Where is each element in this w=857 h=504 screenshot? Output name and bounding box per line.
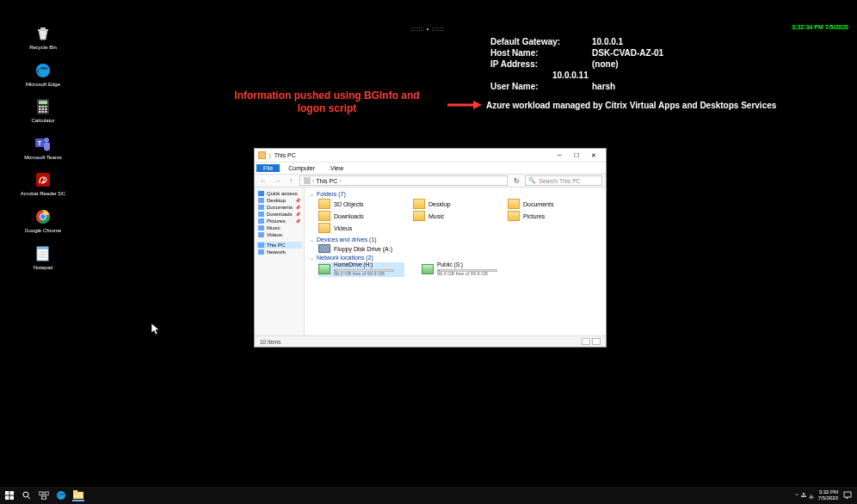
- desktop-icon-chrome[interactable]: Google Chrome: [22, 207, 64, 234]
- svg-rect-12: [42, 111, 45, 113]
- folder-icon: [258, 249, 264, 255]
- folder-item-documents[interactable]: Documents: [508, 199, 576, 209]
- desktop-icon-notepad[interactable]: Notepad: [22, 244, 64, 271]
- sidebar-item-music[interactable]: Music: [256, 224, 302, 231]
- folder-item-videos[interactable]: Videos: [318, 223, 387, 233]
- floppy-icon: [318, 244, 330, 253]
- taskbar-edge-icon[interactable]: [55, 489, 67, 501]
- search-input[interactable]: 🔍 Search This PC: [525, 175, 602, 186]
- search-button[interactable]: [21, 489, 33, 501]
- breadcrumb[interactable]: › This PC ›: [299, 175, 508, 186]
- drive-label: Floppy Disk Drive (A:): [334, 246, 392, 252]
- sidebar-item-label: Pictures: [267, 218, 286, 224]
- maximize-button[interactable]: ☐: [568, 150, 585, 162]
- bginfo-label: IP Address:: [490, 58, 585, 70]
- folder-label: Videos: [334, 225, 352, 231]
- tray-chevron-up-icon[interactable]: ^: [796, 493, 798, 498]
- svg-marker-28: [473, 101, 482, 109]
- group-title: Folders (7): [317, 191, 346, 197]
- svg-rect-6: [42, 106, 45, 108]
- acrobat-icon: [34, 170, 52, 189]
- network-drive-icon: [318, 264, 330, 274]
- desktop-icon-edge[interactable]: Microsoft Edge: [22, 61, 64, 88]
- annotation-arrow-icon: [447, 100, 482, 110]
- sidebar-item-downloads[interactable]: Downloads📌: [256, 211, 302, 218]
- view-icons-button[interactable]: [592, 338, 601, 345]
- folder-item-pictures[interactable]: Pictures: [508, 211, 576, 221]
- folder-label: 3D Objects: [334, 201, 364, 207]
- svg-rect-17: [36, 173, 50, 187]
- sidebar-item-label: Videos: [267, 232, 282, 237]
- this-pc-icon: [304, 177, 311, 184]
- network-drive-sub: 96.0 GB free of 99.9 GB: [334, 272, 394, 277]
- bginfo-value: (none): [592, 58, 619, 70]
- network-drive-sub: 96.0 GB free of 99.9 GB: [437, 272, 497, 277]
- svg-point-16: [44, 138, 49, 143]
- desktop-icon-calc[interactable]: Calculator: [22, 97, 64, 124]
- close-button[interactable]: ✕: [585, 150, 602, 162]
- desktop-icon-label: Recycle Bin: [29, 45, 57, 51]
- desktop-icon-acrobat[interactable]: Acrobat Reader DC: [22, 170, 64, 197]
- capacity-bar: [334, 269, 394, 272]
- svg-rect-0: [40, 28, 46, 29]
- folder-item-3d-objects[interactable]: 3D Objects: [318, 199, 387, 209]
- sidebar-item-desktop[interactable]: Desktop📌: [256, 197, 302, 204]
- drive-item[interactable]: Floppy Disk Drive (A:): [318, 244, 601, 253]
- bginfo-value: 10.0.0.1: [592, 36, 623, 47]
- view-details-button[interactable]: [582, 338, 590, 345]
- taskbar-clock[interactable]: 3:32 PM 7/5/2020: [818, 489, 838, 501]
- tab-file[interactable]: File: [256, 164, 280, 172]
- task-view-button[interactable]: [38, 489, 50, 501]
- sidebar-item-documents[interactable]: Documents📌: [256, 204, 302, 211]
- nav-forward-button[interactable]: →: [272, 175, 282, 186]
- sidebar-item-videos[interactable]: Videos: [256, 231, 302, 238]
- tab-view[interactable]: View: [324, 164, 350, 172]
- bginfo-clock: 3:32:34 PM 7/5/2020: [792, 24, 848, 30]
- group-header[interactable]: ⌄Devices and drives (1): [310, 237, 601, 243]
- sidebar-item-label: This PC: [267, 243, 285, 248]
- folder-item-music[interactable]: Music: [413, 211, 482, 221]
- tray-network-icon[interactable]: 🖧: [801, 493, 806, 498]
- sidebar-item-quick-access[interactable]: Quick access: [256, 190, 302, 197]
- system-tray[interactable]: ^ 🖧 🔈: [796, 493, 815, 499]
- azure-managed-text: Azure workload managed by Citrix Virtual…: [486, 101, 776, 110]
- minimize-button[interactable]: ─: [551, 150, 568, 162]
- refresh-button[interactable]: ↻: [511, 175, 521, 186]
- folder-item-desktop[interactable]: Desktop: [413, 199, 482, 209]
- folder-icon: [318, 211, 330, 221]
- titlebar[interactable]: | This PC ─ ☐ ✕: [255, 149, 606, 163]
- nav-up-button[interactable]: ↑: [286, 175, 296, 186]
- svg-rect-40: [73, 490, 77, 493]
- svg-rect-35: [39, 492, 43, 495]
- desktop-icon-recycle[interactable]: Recycle Bin: [22, 24, 64, 51]
- explorer-icon: [258, 151, 266, 159]
- desktop-icon-teams[interactable]: TMicrosoft Teams: [22, 134, 64, 161]
- bginfo-label: Host Name:: [490, 47, 585, 58]
- network-drive-item[interactable]: HomeDrive (H:)96.0 GB free of 99.9 GB: [318, 262, 404, 277]
- desktop-icon-label: Microsoft Edge: [26, 82, 60, 88]
- bginfo-row: Host Name:DSK-CVAD-AZ-01: [490, 47, 663, 58]
- taskbar-explorer-icon[interactable]: [72, 489, 84, 501]
- sidebar-item-this-pc[interactable]: This PC: [256, 242, 302, 249]
- start-button[interactable]: [3, 489, 15, 501]
- group-header[interactable]: ⌄Folders (7): [310, 191, 601, 197]
- folder-label: Documents: [523, 201, 553, 207]
- network-drive-item[interactable]: Public (S:)96.0 GB free of 99.9 GB: [422, 262, 508, 277]
- folder-icon: [318, 199, 330, 209]
- group-header[interactable]: ⌄Network locations (2): [310, 255, 601, 261]
- folder-label: Pictures: [523, 213, 545, 219]
- sidebar-item-network[interactable]: Network: [256, 249, 302, 255]
- group-title: Devices and drives (1): [317, 237, 377, 243]
- calc-icon: [34, 97, 52, 116]
- bginfo-row: 10.0.0.11: [490, 70, 663, 81]
- sidebar-item-pictures[interactable]: Pictures📌: [256, 218, 302, 224]
- edge-icon: [34, 61, 52, 80]
- network-drive-label: Public (S:): [437, 262, 497, 268]
- search-icon: 🔍: [528, 177, 536, 184]
- tray-sound-icon[interactable]: 🔈: [809, 493, 815, 499]
- mouse-cursor-icon: [151, 323, 158, 334]
- nav-back-button[interactable]: ←: [258, 175, 268, 186]
- folder-item-downloads[interactable]: Downloads: [318, 211, 387, 221]
- action-center-icon[interactable]: [842, 489, 854, 501]
- tab-computer[interactable]: Computer: [281, 164, 322, 172]
